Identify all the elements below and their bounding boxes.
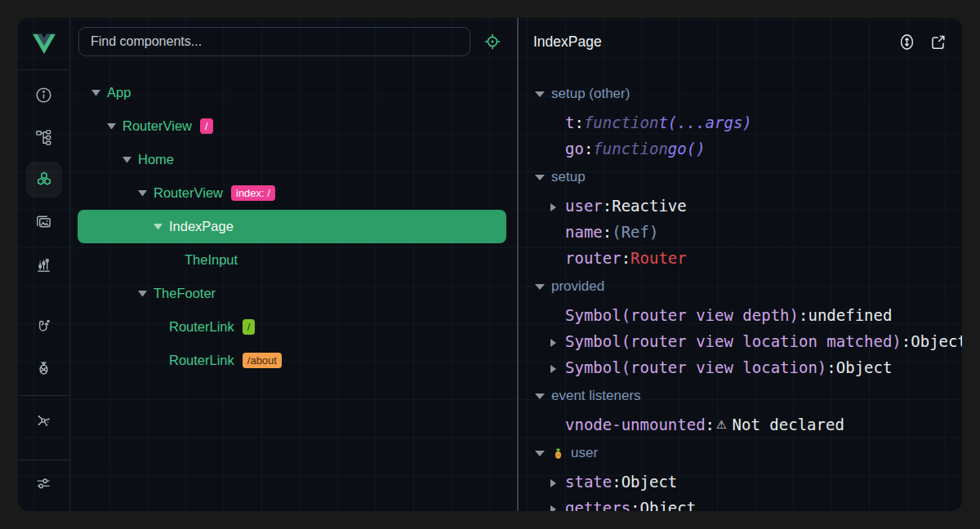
target-icon[interactable] xyxy=(480,29,505,54)
sidebar-nav xyxy=(18,70,69,511)
tree-row-routerview-1[interactable]: RouterView/ xyxy=(78,109,506,143)
graph-icon[interactable] xyxy=(26,402,62,438)
state-key: Symbol(router view location matched) xyxy=(565,332,902,350)
warning-icon: ⚠ xyxy=(716,418,727,431)
component-tree-icon[interactable] xyxy=(26,119,62,155)
state-value: Object xyxy=(621,473,678,491)
state-value: Object xyxy=(640,499,697,511)
expander-down-icon[interactable] xyxy=(91,90,100,96)
colon: : xyxy=(584,140,593,158)
components-icon[interactable] xyxy=(26,162,62,198)
function-signature: t(...args) xyxy=(658,113,751,131)
tree-item-label: Home xyxy=(138,152,174,167)
section-expander-down-icon[interactable] xyxy=(535,451,545,456)
state-row-getters[interactable]: getters : Object xyxy=(519,495,962,511)
tree-row-indexpage-4[interactable]: IndexPage xyxy=(78,210,506,243)
tree-item-label: RouterView xyxy=(154,185,223,201)
section-expander-down-icon[interactable] xyxy=(535,91,545,97)
search-input[interactable] xyxy=(78,27,470,56)
assets-icon[interactable] xyxy=(26,204,62,240)
colon: : xyxy=(706,416,715,433)
expander-down-icon[interactable] xyxy=(138,291,147,296)
state-key: Symbol(router view depth) xyxy=(565,306,799,324)
state-row-state[interactable]: state : Object xyxy=(519,469,962,495)
tree-item-label: TheInput xyxy=(185,252,238,268)
state-key: getters xyxy=(565,499,630,511)
function-keyword: function xyxy=(593,140,668,158)
expander-down-icon[interactable] xyxy=(138,190,147,196)
info-icon[interactable] xyxy=(26,77,62,113)
sidebar-divider xyxy=(18,395,70,396)
tree-row-home-2[interactable]: Home xyxy=(78,143,506,176)
route-badge: index: / xyxy=(231,185,275,201)
tree-item-label: App xyxy=(107,85,131,100)
section-expander-down-icon[interactable] xyxy=(535,393,545,399)
state-row-name: name : (Ref) xyxy=(519,219,962,245)
tree-item-label: IndexPage xyxy=(169,219,234,234)
tree-row-routerlink-7[interactable]: RouterLink/ xyxy=(78,310,506,344)
settings-icon[interactable] xyxy=(26,465,62,501)
tree-item-label: TheFooter xyxy=(154,286,216,301)
state-row-router: router : Router xyxy=(519,245,962,271)
expander-spacer xyxy=(154,324,163,330)
row-expander-right-icon[interactable] xyxy=(550,358,565,376)
state-row-t: t : function t(...args) xyxy=(519,109,962,136)
state-section-provided[interactable]: provided xyxy=(519,271,962,302)
devtools-frame: AppRouterView/HomeRouterViewindex: /Inde… xyxy=(0,0,980,529)
colon: : xyxy=(603,223,612,241)
state-row-symbol-router-view-location-matched-[interactable]: Symbol(router view location matched) : O… xyxy=(519,328,962,354)
scroll-to-component-icon[interactable] xyxy=(897,32,916,51)
colon: : xyxy=(826,358,835,376)
section-label: provided xyxy=(551,278,604,295)
row-expander-right-icon[interactable] xyxy=(550,499,565,511)
tree-row-routerview-3[interactable]: RouterViewindex: / xyxy=(78,176,506,210)
section-label: user xyxy=(571,445,598,461)
expander-down-icon[interactable] xyxy=(154,224,163,229)
pinia-icon[interactable] xyxy=(26,349,62,385)
tree-row-routerlink-8[interactable]: RouterLink/about xyxy=(78,344,506,377)
inspector-header: IndexPage xyxy=(519,18,962,65)
colon: : xyxy=(574,113,583,131)
expander-down-icon[interactable] xyxy=(122,157,131,162)
row-expander-right-icon[interactable] xyxy=(550,197,565,215)
sidebar-bottom xyxy=(18,460,70,511)
state-key: go xyxy=(565,140,584,158)
section-label: setup (other) xyxy=(551,86,630,102)
row-expander-right-icon[interactable] xyxy=(550,473,565,491)
colon: : xyxy=(621,249,630,267)
section-label: setup xyxy=(551,169,586,185)
state-list: setup (other)t : function t(...args)go :… xyxy=(519,65,962,511)
state-key: user xyxy=(565,197,603,215)
state-section-user[interactable]: user xyxy=(519,438,962,469)
inspector-actions xyxy=(897,32,947,51)
tree-row-theinput-5[interactable]: TheInput xyxy=(78,243,506,277)
state-key: router xyxy=(565,249,621,267)
state-row-symbol-router-view-location-[interactable]: Symbol(router view location) : Object xyxy=(519,354,962,380)
expander-down-icon[interactable] xyxy=(107,123,116,129)
state-value: (Ref) xyxy=(612,223,658,241)
tree-row-app-0[interactable]: App xyxy=(78,76,506,109)
sidebar xyxy=(18,18,70,511)
expander-spacer xyxy=(154,358,163,363)
state-section-event-listeners[interactable]: event listeners xyxy=(519,380,962,411)
open-in-editor-icon[interactable] xyxy=(928,32,947,51)
section-expander-down-icon[interactable] xyxy=(535,175,545,180)
state-value: Object xyxy=(911,332,962,350)
state-section-setup[interactable]: setup xyxy=(519,162,962,193)
component-tree: AppRouterView/HomeRouterViewindex: /Inde… xyxy=(70,65,517,377)
function-signature: go() xyxy=(668,140,706,158)
colon: : xyxy=(612,473,621,491)
state-key: state xyxy=(565,473,612,491)
colon: : xyxy=(902,332,911,350)
section-expander-down-icon[interactable] xyxy=(535,284,545,290)
state-row-user[interactable]: user : Reactive xyxy=(519,193,962,219)
tree-row-thefooter-6[interactable]: TheFooter xyxy=(78,277,506,310)
state-key: vnode-unmounted xyxy=(565,416,706,433)
row-expander-right-icon[interactable] xyxy=(550,332,565,350)
tree-item-label: RouterLink xyxy=(169,353,234,368)
tree-item-label: RouterLink xyxy=(169,319,234,335)
state-section-setup-other-[interactable]: setup (other) xyxy=(519,78,962,109)
vue-devtools-window: AppRouterView/HomeRouterViewindex: /Inde… xyxy=(18,18,962,511)
timeline-icon[interactable] xyxy=(26,247,62,282)
router-icon[interactable] xyxy=(26,307,62,343)
